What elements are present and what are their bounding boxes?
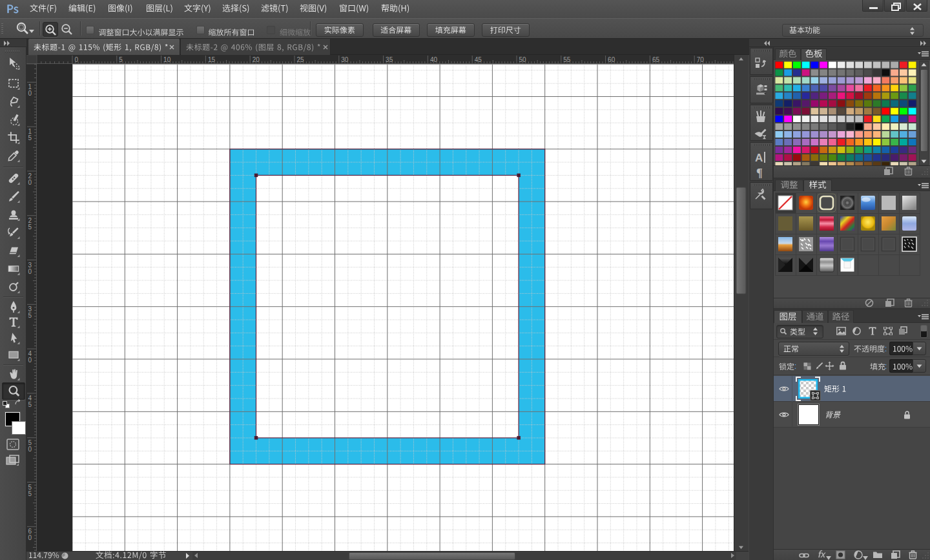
svg-text:60: 60 bbox=[608, 56, 615, 63]
svg-text:0: 0 bbox=[75, 56, 79, 63]
svg-text:0: 0 bbox=[28, 446, 32, 453]
svg-text:50: 50 bbox=[519, 56, 527, 63]
svg-text:45: 45 bbox=[475, 56, 482, 63]
svg-text:0: 0 bbox=[28, 534, 32, 541]
svg-text:5: 5 bbox=[28, 312, 32, 319]
svg-text:0: 0 bbox=[28, 268, 32, 275]
svg-text:30: 30 bbox=[341, 56, 349, 63]
svg-text:¶: ¶ bbox=[756, 167, 763, 179]
svg-text:35: 35 bbox=[386, 56, 393, 63]
svg-text:55: 55 bbox=[563, 56, 571, 63]
svg-text:25: 25 bbox=[297, 56, 305, 63]
svg-text:20: 20 bbox=[253, 56, 260, 63]
svg-text:0: 0 bbox=[28, 179, 32, 186]
svg-text:5: 5 bbox=[28, 134, 32, 141]
svg-text:5: 5 bbox=[28, 223, 32, 231]
svg-text:5: 5 bbox=[28, 401, 32, 408]
svg-text:40: 40 bbox=[430, 56, 438, 63]
svg-text:5: 5 bbox=[28, 490, 32, 497]
svg-text:65: 65 bbox=[652, 56, 660, 63]
svg-text:10: 10 bbox=[163, 56, 171, 63]
svg-text:15: 15 bbox=[208, 56, 216, 63]
svg-text:0: 0 bbox=[28, 90, 32, 97]
svg-text:5: 5 bbox=[119, 56, 123, 63]
svg-text:0: 0 bbox=[28, 357, 32, 364]
svg-text:70: 70 bbox=[697, 56, 705, 63]
svg-text:A: A bbox=[755, 152, 763, 163]
